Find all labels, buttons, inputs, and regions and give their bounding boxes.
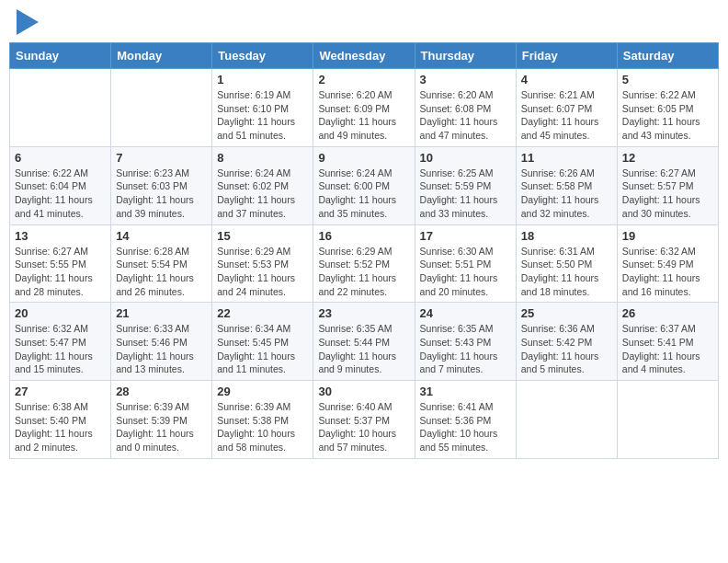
- day-detail: Sunrise: 6:32 AMSunset: 5:47 PMDaylight:…: [15, 322, 106, 376]
- day-detail: Sunrise: 6:41 AMSunset: 5:36 PMDaylight:…: [420, 400, 511, 454]
- calendar-cell: 10Sunrise: 6:25 AMSunset: 5:59 PMDayligh…: [415, 146, 516, 224]
- calendar-cell: [516, 381, 617, 459]
- header-day-wednesday: Wednesday: [313, 43, 415, 69]
- calendar-cell: 7Sunrise: 6:23 AMSunset: 6:03 PMDaylight…: [111, 146, 212, 224]
- header-day-sunday: Sunday: [10, 43, 111, 69]
- day-detail: Sunrise: 6:39 AMSunset: 5:39 PMDaylight:…: [116, 400, 207, 454]
- header-day-tuesday: Tuesday: [212, 43, 313, 69]
- day-number: 25: [521, 306, 612, 320]
- calendar-cell: 1Sunrise: 6:19 AMSunset: 6:10 PMDaylight…: [212, 69, 313, 147]
- calendar-cell: 11Sunrise: 6:26 AMSunset: 5:58 PMDayligh…: [516, 146, 617, 224]
- day-number: 27: [15, 385, 106, 398]
- day-detail: Sunrise: 6:27 AMSunset: 5:55 PMDaylight:…: [15, 245, 106, 299]
- calendar-cell: [617, 381, 718, 459]
- calendar-table: SundayMondayTuesdayWednesdayThursdayFrid…: [9, 42, 719, 459]
- calendar-cell: 26Sunrise: 6:37 AMSunset: 5:41 PMDayligh…: [617, 303, 718, 381]
- calendar-cell: 24Sunrise: 6:35 AMSunset: 5:43 PMDayligh…: [415, 303, 516, 381]
- calendar-week-3: 13Sunrise: 6:27 AMSunset: 5:55 PMDayligh…: [10, 224, 719, 303]
- day-detail: Sunrise: 6:22 AMSunset: 6:04 PMDaylight:…: [15, 167, 106, 221]
- calendar-cell: 15Sunrise: 6:29 AMSunset: 5:53 PMDayligh…: [212, 224, 313, 303]
- day-detail: Sunrise: 6:25 AMSunset: 5:59 PMDaylight:…: [420, 167, 511, 221]
- calendar-cell: 16Sunrise: 6:29 AMSunset: 5:52 PMDayligh…: [313, 224, 415, 303]
- day-detail: Sunrise: 6:29 AMSunset: 5:52 PMDaylight:…: [318, 245, 409, 299]
- day-number: 16: [318, 229, 409, 243]
- day-detail: Sunrise: 6:24 AMSunset: 6:02 PMDaylight:…: [217, 167, 308, 221]
- day-number: 22: [217, 306, 308, 320]
- day-number: 7: [116, 151, 207, 165]
- header-day-thursday: Thursday: [415, 43, 516, 69]
- day-number: 29: [217, 385, 308, 398]
- day-number: 8: [217, 151, 308, 165]
- day-number: 5: [622, 73, 713, 86]
- day-detail: Sunrise: 6:28 AMSunset: 5:54 PMDaylight:…: [116, 245, 207, 299]
- calendar-cell: 23Sunrise: 6:35 AMSunset: 5:44 PMDayligh…: [313, 303, 415, 381]
- day-number: 15: [217, 229, 308, 243]
- day-detail: Sunrise: 6:34 AMSunset: 5:45 PMDaylight:…: [217, 322, 308, 376]
- calendar-cell: 31Sunrise: 6:41 AMSunset: 5:36 PMDayligh…: [415, 381, 516, 459]
- calendar-cell: [10, 69, 111, 147]
- calendar-cell: 27Sunrise: 6:38 AMSunset: 5:40 PMDayligh…: [10, 381, 111, 459]
- svg-marker-0: [17, 9, 39, 35]
- day-number: 26: [622, 306, 713, 320]
- day-number: 10: [420, 151, 511, 165]
- day-detail: Sunrise: 6:35 AMSunset: 5:43 PMDaylight:…: [420, 322, 511, 376]
- day-detail: Sunrise: 6:20 AMSunset: 6:08 PMDaylight:…: [420, 88, 511, 143]
- day-detail: Sunrise: 6:36 AMSunset: 5:42 PMDaylight:…: [521, 322, 612, 376]
- day-number: 24: [420, 306, 511, 320]
- calendar-cell: 19Sunrise: 6:32 AMSunset: 5:49 PMDayligh…: [617, 224, 718, 303]
- day-number: 6: [15, 151, 106, 165]
- day-number: 14: [116, 229, 207, 243]
- day-detail: Sunrise: 6:24 AMSunset: 6:00 PMDaylight:…: [318, 167, 409, 221]
- day-detail: Sunrise: 6:20 AMSunset: 6:09 PMDaylight:…: [318, 88, 409, 143]
- calendar-cell: 29Sunrise: 6:39 AMSunset: 5:38 PMDayligh…: [212, 381, 313, 459]
- day-number: 17: [420, 229, 511, 243]
- calendar-cell: 14Sunrise: 6:28 AMSunset: 5:54 PMDayligh…: [111, 224, 212, 303]
- calendar-cell: 25Sunrise: 6:36 AMSunset: 5:42 PMDayligh…: [516, 303, 617, 381]
- calendar-cell: 4Sunrise: 6:21 AMSunset: 6:07 PMDaylight…: [516, 69, 617, 147]
- calendar-cell: 3Sunrise: 6:20 AMSunset: 6:08 PMDaylight…: [415, 69, 516, 147]
- day-detail: Sunrise: 6:27 AMSunset: 5:57 PMDaylight:…: [622, 167, 713, 221]
- day-detail: Sunrise: 6:21 AMSunset: 6:07 PMDaylight:…: [521, 88, 612, 143]
- day-number: 31: [420, 385, 511, 398]
- day-detail: Sunrise: 6:32 AMSunset: 5:49 PMDaylight:…: [622, 245, 713, 299]
- day-detail: Sunrise: 6:29 AMSunset: 5:53 PMDaylight:…: [217, 245, 308, 299]
- day-detail: Sunrise: 6:23 AMSunset: 6:03 PMDaylight:…: [116, 167, 207, 221]
- day-number: 4: [521, 73, 612, 86]
- calendar-cell: 21Sunrise: 6:33 AMSunset: 5:46 PMDayligh…: [111, 303, 212, 381]
- calendar-cell: [111, 69, 212, 147]
- day-detail: Sunrise: 6:22 AMSunset: 6:05 PMDaylight:…: [622, 88, 713, 143]
- day-detail: Sunrise: 6:35 AMSunset: 5:44 PMDaylight:…: [318, 322, 409, 376]
- day-number: 28: [116, 385, 207, 398]
- day-detail: Sunrise: 6:38 AMSunset: 5:40 PMDaylight:…: [15, 400, 106, 454]
- day-number: 20: [15, 306, 106, 320]
- header-day-saturday: Saturday: [617, 43, 718, 69]
- day-number: 12: [622, 151, 713, 165]
- calendar-cell: 12Sunrise: 6:27 AMSunset: 5:57 PMDayligh…: [617, 146, 718, 224]
- calendar-cell: 18Sunrise: 6:31 AMSunset: 5:50 PMDayligh…: [516, 224, 617, 303]
- logo: [13, 9, 39, 35]
- day-number: 13: [15, 229, 106, 243]
- calendar-week-5: 27Sunrise: 6:38 AMSunset: 5:40 PMDayligh…: [10, 381, 719, 459]
- calendar-cell: 13Sunrise: 6:27 AMSunset: 5:55 PMDayligh…: [10, 224, 111, 303]
- calendar-cell: 8Sunrise: 6:24 AMSunset: 6:02 PMDaylight…: [212, 146, 313, 224]
- calendar-week-1: 1Sunrise: 6:19 AMSunset: 6:10 PMDaylight…: [10, 69, 719, 147]
- day-number: 11: [521, 151, 612, 165]
- calendar-cell: 20Sunrise: 6:32 AMSunset: 5:47 PMDayligh…: [10, 303, 111, 381]
- day-number: 2: [318, 73, 409, 86]
- page-header: [9, 9, 719, 35]
- calendar-cell: 28Sunrise: 6:39 AMSunset: 5:39 PMDayligh…: [111, 381, 212, 459]
- day-number: 21: [116, 306, 207, 320]
- day-number: 9: [318, 151, 409, 165]
- day-detail: Sunrise: 6:30 AMSunset: 5:51 PMDaylight:…: [420, 245, 511, 299]
- calendar-week-4: 20Sunrise: 6:32 AMSunset: 5:47 PMDayligh…: [10, 303, 719, 381]
- day-detail: Sunrise: 6:37 AMSunset: 5:41 PMDaylight:…: [622, 322, 713, 376]
- day-detail: Sunrise: 6:33 AMSunset: 5:46 PMDaylight:…: [116, 322, 207, 376]
- day-number: 19: [622, 229, 713, 243]
- day-detail: Sunrise: 6:31 AMSunset: 5:50 PMDaylight:…: [521, 245, 612, 299]
- calendar-cell: 22Sunrise: 6:34 AMSunset: 5:45 PMDayligh…: [212, 303, 313, 381]
- day-detail: Sunrise: 6:39 AMSunset: 5:38 PMDaylight:…: [217, 400, 308, 454]
- header-day-friday: Friday: [516, 43, 617, 69]
- day-number: 23: [318, 306, 409, 320]
- logo-icon: [17, 9, 39, 35]
- calendar-cell: 2Sunrise: 6:20 AMSunset: 6:09 PMDaylight…: [313, 69, 415, 147]
